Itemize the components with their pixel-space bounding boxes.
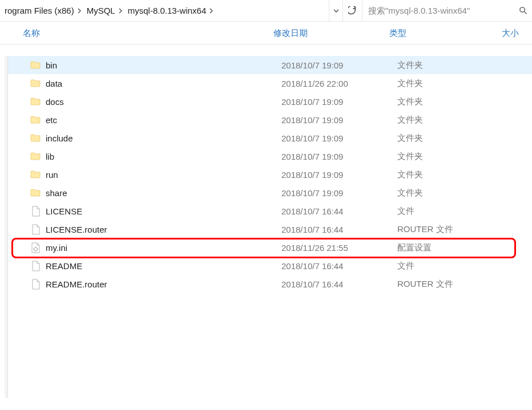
breadcrumb-label: mysql-8.0.13-winx64	[128, 6, 207, 15]
file-name: my.ini	[46, 243, 67, 253]
file-icon	[30, 260, 41, 271]
folder-icon	[30, 114, 41, 125]
folder-icon	[30, 59, 41, 71]
file-type: 配置设置	[397, 242, 432, 253]
file-type: ROUTER 文件	[397, 224, 453, 235]
file-date: 2018/10/7 19:09	[281, 133, 343, 143]
ini-icon	[30, 242, 41, 253]
table-row[interactable]: README2018/10/7 16:44文件	[8, 257, 532, 275]
column-date[interactable]: 修改日期	[273, 27, 308, 39]
breadcrumb-label: MySQL	[87, 6, 115, 15]
table-row[interactable]: LICENSE.router2018/10/7 16:44ROUTER 文件	[8, 220, 532, 238]
folder-icon	[30, 96, 41, 107]
file-icon	[30, 278, 41, 290]
file-type: ROUTER 文件	[397, 279, 453, 290]
file-name: bin	[46, 60, 57, 70]
file-date: 2018/10/7 19:09	[281, 115, 343, 125]
table-row[interactable]: data2018/11/26 22:00文件夹	[8, 74, 532, 92]
file-name: data	[46, 79, 62, 88]
file-icon	[30, 205, 41, 217]
table-row[interactable]: share2018/10/7 19:09文件夹	[8, 184, 532, 202]
file-name: include	[46, 133, 73, 143]
table-row[interactable]: LICENSE2018/10/7 16:44文件	[8, 202, 532, 220]
file-name: LICENSE.router	[46, 225, 107, 234]
table-row[interactable]: etc2018/10/7 19:09文件夹	[8, 111, 532, 129]
file-date: 2018/10/7 16:44	[281, 279, 343, 289]
table-row[interactable]: my.ini2018/11/26 21:55配置设置	[8, 238, 532, 257]
file-type: 文件夹	[397, 133, 423, 144]
file-date: 2018/10/7 19:09	[281, 152, 343, 161]
breadcrumb-label: rogram Files (x86)	[5, 6, 74, 15]
folder-icon	[30, 187, 41, 198]
file-type: 文件夹	[397, 169, 423, 180]
address-dropdown[interactable]	[329, 0, 342, 21]
chevron-right-icon[interactable]	[76, 8, 84, 14]
file-date: 2018/10/7 19:09	[281, 170, 343, 180]
column-type[interactable]: 类型	[389, 27, 406, 39]
file-type: 文件夹	[397, 188, 423, 198]
column-headers: 名称 修改日期 类型 大小	[0, 22, 532, 44]
table-row[interactable]: docs2018/10/7 19:09文件夹	[8, 92, 532, 111]
column-name[interactable]: 名称	[23, 27, 40, 39]
svg-point-0	[519, 7, 524, 12]
table-row[interactable]: run2018/10/7 19:09文件夹	[8, 165, 532, 184]
file-name: README	[46, 261, 82, 271]
search-box[interactable]	[362, 0, 532, 21]
search-button[interactable]	[514, 0, 532, 21]
table-row[interactable]: bin2018/10/7 19:09文件夹	[8, 56, 532, 74]
file-type: 文件夹	[397, 151, 423, 162]
chevron-right-icon[interactable]	[208, 8, 216, 14]
folder-icon	[30, 169, 41, 180]
chevron-right-icon[interactable]	[118, 8, 126, 14]
refresh-button[interactable]	[342, 0, 362, 21]
file-type: 文件夹	[397, 96, 423, 107]
file-type: 文件夹	[397, 115, 423, 125]
table-row[interactable]: README.router2018/10/7 16:44ROUTER 文件	[8, 275, 532, 293]
file-date: 2018/10/7 16:44	[281, 261, 343, 271]
table-row[interactable]: lib2018/10/7 19:09文件夹	[8, 147, 532, 165]
file-type: 文件	[397, 261, 414, 271]
search-icon	[519, 6, 527, 15]
file-name: etc	[46, 115, 57, 125]
file-type: 文件夹	[397, 60, 423, 71]
file-date: 2018/10/7 16:44	[281, 206, 343, 216]
file-name: run	[46, 170, 58, 180]
file-date: 2018/10/7 19:09	[281, 188, 343, 198]
file-type: 文件	[397, 206, 414, 217]
file-date: 2018/10/7 16:44	[281, 225, 343, 234]
file-name: LICENSE	[46, 206, 82, 216]
breadcrumb-item[interactable]: rogram Files (x86)	[2, 0, 76, 21]
breadcrumb-item[interactable]: MySQL	[84, 0, 118, 21]
file-icon	[30, 224, 41, 235]
file-name: share	[46, 188, 67, 198]
file-name: lib	[46, 152, 54, 161]
refresh-icon	[348, 6, 357, 15]
column-size[interactable]: 大小	[502, 27, 519, 39]
table-row[interactable]: include2018/10/7 19:09文件夹	[8, 129, 532, 147]
breadcrumb-item[interactable]: mysql-8.0.13-winx64	[126, 0, 209, 21]
search-input[interactable]	[362, 0, 514, 21]
breadcrumb[interactable]: rogram Files (x86) MySQL mysql-8.0.13-wi…	[0, 0, 329, 21]
file-date: 2018/11/26 21:55	[281, 243, 348, 253]
folder-icon	[30, 78, 41, 89]
file-type: 文件夹	[397, 78, 423, 89]
file-date: 2018/10/7 19:09	[281, 97, 343, 107]
file-date: 2018/10/7 19:09	[281, 60, 343, 70]
file-name: docs	[46, 97, 64, 107]
folder-icon	[30, 151, 41, 162]
file-date: 2018/11/26 22:00	[281, 79, 348, 88]
folder-icon	[30, 132, 41, 144]
file-name: README.router	[46, 279, 107, 289]
